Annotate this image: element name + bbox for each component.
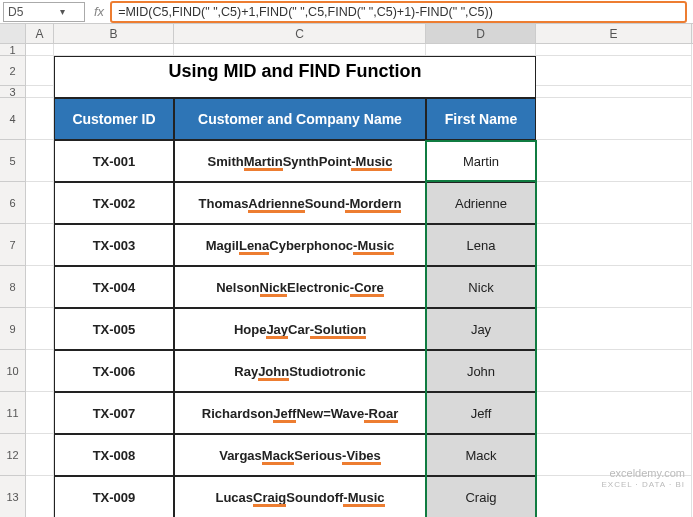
row-header[interactable]: 7 bbox=[0, 224, 26, 266]
header-customer-company[interactable]: Customer and Company Name bbox=[174, 98, 426, 140]
cell-customer-id[interactable]: TX-005 bbox=[54, 308, 174, 350]
grid-rows: 12Using MID and FIND Function34Customer … bbox=[0, 44, 693, 517]
cell-customer-company[interactable]: Nelson Nick Electronic-Core bbox=[174, 266, 426, 308]
row-header[interactable]: 2 bbox=[0, 56, 26, 86]
cell[interactable] bbox=[174, 44, 426, 56]
cell-customer-id[interactable]: TX-003 bbox=[54, 224, 174, 266]
cell[interactable] bbox=[536, 224, 692, 266]
cell[interactable] bbox=[536, 182, 692, 224]
cell[interactable] bbox=[26, 182, 54, 224]
cell-customer-company[interactable]: Hope Jay Car-Solution bbox=[174, 308, 426, 350]
row-header[interactable]: 11 bbox=[0, 392, 26, 434]
cell-first-name[interactable]: Jay bbox=[426, 308, 536, 350]
cell-customer-id[interactable]: TX-006 bbox=[54, 350, 174, 392]
cell-first-name[interactable]: Jeff bbox=[426, 392, 536, 434]
header-customer-id[interactable]: Customer ID bbox=[54, 98, 174, 140]
cell-customer-company[interactable]: Thomas Adrienne Sound-Mordern bbox=[174, 182, 426, 224]
row-header[interactable]: 13 bbox=[0, 476, 26, 517]
cell-customer-id[interactable]: TX-007 bbox=[54, 392, 174, 434]
cell[interactable] bbox=[26, 44, 54, 56]
cell-customer-id[interactable]: TX-002 bbox=[54, 182, 174, 224]
cell-first-name[interactable]: Nick bbox=[426, 266, 536, 308]
cell[interactable] bbox=[26, 266, 54, 308]
row-header[interactable]: 3 bbox=[0, 86, 26, 98]
name-box-value: D5 bbox=[8, 5, 44, 19]
row-header[interactable]: 12 bbox=[0, 434, 26, 476]
cell[interactable] bbox=[26, 392, 54, 434]
row-header[interactable]: 8 bbox=[0, 266, 26, 308]
cell-customer-id[interactable]: TX-004 bbox=[54, 266, 174, 308]
cell[interactable] bbox=[26, 224, 54, 266]
cell-customer-company[interactable]: Lucas Craig Soundoff-Music bbox=[174, 476, 426, 517]
cell[interactable] bbox=[26, 350, 54, 392]
cell[interactable] bbox=[426, 44, 536, 56]
cell[interactable] bbox=[536, 86, 692, 98]
cell-customer-company[interactable]: Vargas Mack Serious-Vibes bbox=[174, 434, 426, 476]
cell[interactable] bbox=[26, 86, 54, 98]
cell[interactable] bbox=[536, 140, 692, 182]
col-header-A[interactable]: A bbox=[26, 24, 54, 43]
col-header-D[interactable]: D bbox=[426, 24, 536, 43]
cell-first-name[interactable]: Lena bbox=[426, 224, 536, 266]
cell[interactable] bbox=[536, 44, 692, 56]
cell-first-name[interactable]: Craig bbox=[426, 476, 536, 517]
cell-customer-id[interactable]: TX-008 bbox=[54, 434, 174, 476]
cell[interactable] bbox=[26, 308, 54, 350]
cell-customer-company[interactable]: Magil Lena Cyberphonoc-Music bbox=[174, 224, 426, 266]
row-header[interactable]: 9 bbox=[0, 308, 26, 350]
spreadsheet-grid: A B C D E 12Using MID and FIND Function3… bbox=[0, 24, 693, 517]
cell[interactable] bbox=[26, 434, 54, 476]
cell-customer-company[interactable]: Ray John Studiotronic bbox=[174, 350, 426, 392]
cell-customer-company[interactable]: Smith Martin SynthPoint-Music bbox=[174, 140, 426, 182]
cell-first-name[interactable]: Adrienne bbox=[426, 182, 536, 224]
cell[interactable] bbox=[26, 56, 54, 86]
cell-customer-id[interactable]: TX-001 bbox=[54, 140, 174, 182]
column-headers: A B C D E bbox=[0, 24, 693, 44]
cell-customer-id[interactable]: TX-009 bbox=[54, 476, 174, 517]
col-header-B[interactable]: B bbox=[54, 24, 174, 43]
cell[interactable] bbox=[536, 392, 692, 434]
row-header[interactable]: 10 bbox=[0, 350, 26, 392]
cell[interactable] bbox=[536, 308, 692, 350]
name-box-dropdown-icon[interactable]: ▾ bbox=[44, 6, 80, 17]
cell-first-name[interactable]: Mack bbox=[426, 434, 536, 476]
col-header-E[interactable]: E bbox=[536, 24, 692, 43]
cell[interactable] bbox=[26, 98, 54, 140]
row-header[interactable]: 1 bbox=[0, 44, 26, 56]
cell-first-name[interactable]: Martin bbox=[426, 140, 536, 182]
cell[interactable] bbox=[536, 98, 692, 140]
row-header[interactable]: 4 bbox=[0, 98, 26, 140]
row-header[interactable]: 5 bbox=[0, 140, 26, 182]
select-all-corner[interactable] bbox=[0, 24, 26, 43]
watermark: exceldemy.com EXCEL · DATA · BI bbox=[601, 467, 685, 491]
header-first-name[interactable]: First Name bbox=[426, 98, 536, 140]
title-cell[interactable] bbox=[54, 86, 536, 98]
cell[interactable] bbox=[26, 140, 54, 182]
cell-customer-company[interactable]: Richardson Jeff New=Wave-Roar bbox=[174, 392, 426, 434]
cell[interactable] bbox=[26, 476, 54, 517]
name-box[interactable]: D5 ▾ bbox=[3, 2, 85, 22]
cell[interactable] bbox=[536, 350, 692, 392]
formula-bar: D5 ▾ fx =MID(C5,FIND(" ",C5)+1,FIND(" ",… bbox=[0, 0, 693, 24]
formula-text: =MID(C5,FIND(" ",C5)+1,FIND(" ",C5,FIND(… bbox=[118, 5, 493, 19]
cell[interactable] bbox=[536, 56, 692, 86]
cell-first-name[interactable]: John bbox=[426, 350, 536, 392]
formula-input[interactable]: =MID(C5,FIND(" ",C5)+1,FIND(" ",C5,FIND(… bbox=[110, 1, 687, 23]
title-cell[interactable]: Using MID and FIND Function bbox=[54, 56, 536, 86]
col-header-C[interactable]: C bbox=[174, 24, 426, 43]
fx-icon[interactable]: fx bbox=[88, 4, 110, 19]
cell[interactable] bbox=[54, 44, 174, 56]
row-header[interactable]: 6 bbox=[0, 182, 26, 224]
cell[interactable] bbox=[536, 266, 692, 308]
